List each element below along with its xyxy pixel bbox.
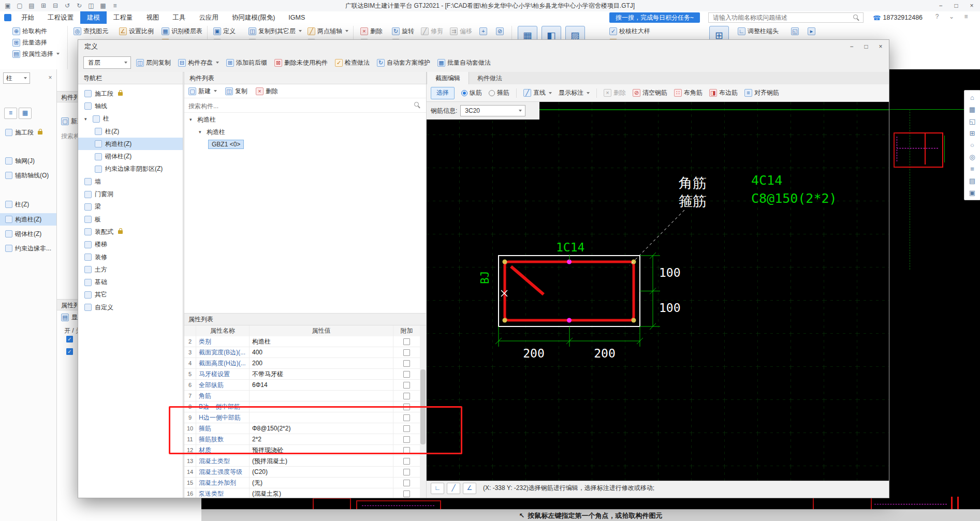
add-prefix-suffix-button[interactable]: ⊞添加前后缀 xyxy=(226,56,267,69)
search-icon[interactable] xyxy=(853,14,860,23)
zoom-in-icon[interactable]: ⊞ xyxy=(970,127,975,139)
nav-item-wall[interactable]: 墙 xyxy=(78,175,183,188)
nav-item-finishes[interactable]: 装修 xyxy=(78,251,183,263)
extra-checkbox[interactable] xyxy=(403,393,410,399)
pan-icon[interactable]: ◱ xyxy=(969,115,975,127)
nav-item-foundation[interactable]: 基础 xyxy=(78,276,183,288)
nav-item-edge-zone[interactable]: 约束边缘非阴影区(Z) xyxy=(78,163,183,175)
nav-item-structural-column[interactable]: 构造柱(Z) xyxy=(78,138,183,150)
check-column-detail-button[interactable]: ✓校核柱大样 xyxy=(609,26,650,36)
redo-icon[interactable]: ↻ xyxy=(76,2,83,9)
select-by-property-button[interactable]: ▤按属性选择 xyxy=(12,49,60,59)
ribbon-icon-button[interactable]: ◱ xyxy=(791,26,799,36)
corner-bar-dot[interactable] xyxy=(632,260,636,264)
component-tree-item-selected[interactable]: GBZ1 <0> xyxy=(184,138,426,151)
grid-view-icon[interactable]: ▦ xyxy=(19,108,32,119)
dock-tree-item[interactable]: 辅助轴线(O) xyxy=(0,169,56,182)
maximize-button[interactable]: □ xyxy=(949,0,963,11)
nav-item-custom[interactable]: 自定义 xyxy=(78,301,183,314)
show-dimension-button[interactable]: 显示标注 xyxy=(559,88,590,97)
property-row[interactable]: 2类别构造柱 xyxy=(184,336,420,347)
undo-icon[interactable]: ↺ xyxy=(64,2,71,9)
collapse-ribbon-icon[interactable]: ⌄ xyxy=(946,13,957,20)
trim-button[interactable]: ╱修剪 xyxy=(421,26,443,36)
diagonal-toggle-icon[interactable]: ╱ xyxy=(447,483,460,494)
tab-modeling[interactable]: 建模 xyxy=(80,11,107,24)
layers-icon[interactable]: ◫ xyxy=(87,2,95,9)
dialog-maximize-button[interactable]: □ xyxy=(859,40,873,53)
property-row[interactable]: 16泵送类型(混凝土泵) xyxy=(184,488,420,498)
extra-checkbox[interactable] xyxy=(403,490,410,497)
remove-icon[interactable]: ⊟ xyxy=(52,2,59,9)
clear-rebar-button[interactable]: ⊘清空钢筋 xyxy=(633,88,667,97)
nav-item-construction-segment[interactable]: 施工段 xyxy=(78,87,183,100)
dock-tree-item[interactable]: 柱(Z) xyxy=(0,198,56,211)
tab-collab-modeling[interactable]: 协同建模(限免) xyxy=(225,11,282,24)
mid-bar-dot[interactable] xyxy=(567,318,572,323)
zoom-window-icon[interactable]: ▦ xyxy=(969,103,975,115)
property-row[interactable]: 7角筋 xyxy=(184,391,420,401)
property-row[interactable]: 6全部纵筋6Φ14 xyxy=(184,380,420,391)
ortho-toggle-icon[interactable]: ∟ xyxy=(431,483,444,494)
floor-select-combo[interactable]: 首层 xyxy=(83,56,131,69)
nav-item-masonry-column[interactable]: 砌体柱(Z) xyxy=(78,150,183,162)
delete-button[interactable]: ×删除 xyxy=(360,26,383,36)
new-component-button[interactable]: ▢新建 xyxy=(188,87,217,96)
place-corner-bars-button[interactable]: ∷布角筋 xyxy=(674,88,703,97)
help-icon[interactable]: ? xyxy=(932,13,942,20)
dialog-close-button[interactable]: × xyxy=(873,40,888,53)
tab-view[interactable]: 视图 xyxy=(140,11,166,24)
copy-between-floors-button[interactable]: ◫层间复制 xyxy=(136,56,171,69)
stirrup-radio[interactable]: 箍筋 xyxy=(489,88,509,97)
nav-item-prefab[interactable]: 装配式 xyxy=(78,226,183,238)
close-button[interactable]: × xyxy=(964,0,979,11)
minimize-button[interactable]: − xyxy=(933,0,948,11)
dialog-minimize-button[interactable]: − xyxy=(844,40,859,53)
grid-toggle-icon[interactable]: ▤ xyxy=(969,175,975,187)
list-view-icon[interactable]: ≡ xyxy=(4,108,17,119)
expand-arrow-icon[interactable] xyxy=(189,117,195,122)
property-row[interactable]: 13混凝土类型(预拌混凝土) xyxy=(184,456,420,467)
component-search-input[interactable] xyxy=(187,100,407,111)
extra-checkbox[interactable] xyxy=(403,480,410,486)
align-rebar-button[interactable]: ≡对齐钢筋 xyxy=(744,88,779,97)
extra-checkbox[interactable] xyxy=(403,469,410,475)
save-component-button[interactable]: ⊟构件存盘 xyxy=(178,56,219,69)
nav-item-column[interactable]: 柱(Z) xyxy=(78,125,183,138)
mirror-button[interactable]: ⊘ xyxy=(496,26,504,36)
component-tree-group[interactable]: 构造柱 xyxy=(184,126,426,138)
measure-icon[interactable]: ◎ xyxy=(969,151,975,163)
longitudinal-radio[interactable]: 纵筋 xyxy=(461,88,482,97)
extra-checkbox[interactable] xyxy=(403,349,410,356)
dock-checkbox[interactable] xyxy=(66,348,73,355)
extra-checkbox[interactable] xyxy=(403,360,410,367)
dock-checkbox[interactable] xyxy=(66,336,73,343)
ribbon-icon-button[interactable]: ▸ xyxy=(808,26,815,36)
dock-tree-item[interactable]: 施工段 xyxy=(0,126,56,139)
delete-component-button[interactable]: ×删除 xyxy=(256,87,278,96)
two-point-aux-axis-button[interactable]: ╱两点辅轴 xyxy=(308,26,348,36)
identify-floor-table-button[interactable]: ▦识别楼层表 xyxy=(162,26,202,36)
copy-component-button[interactable]: ◫复制 xyxy=(225,87,247,96)
pick-component-button[interactable]: ⊕拾取构件 xyxy=(12,26,47,36)
offset-button[interactable]: ⇉偏移 xyxy=(450,26,472,36)
tab-project-settings[interactable]: 工程设置 xyxy=(41,11,80,24)
settings-icon[interactable]: ▣ xyxy=(969,187,975,199)
more-options-icon[interactable]: ≡ xyxy=(961,13,971,20)
nav-item-stairs[interactable]: 楼梯 xyxy=(78,239,183,251)
dialog-title-bar[interactable]: 定义 − □ × xyxy=(78,40,889,54)
corner-bar-dot[interactable] xyxy=(503,318,507,323)
home-view-icon[interactable]: ⌂ xyxy=(970,92,974,103)
nav-item-openings[interactable]: 门窗洞 xyxy=(78,188,183,200)
dock-tree-item[interactable]: 约束边缘非... xyxy=(0,242,56,255)
menu-icon[interactable]: ≡ xyxy=(111,2,119,9)
place-edge-bars-button[interactable]: ◨布边筋 xyxy=(709,88,738,97)
tab-start[interactable]: 开始 xyxy=(14,11,41,24)
set-scale-button[interactable]: ∠设置比例 xyxy=(119,26,154,36)
nav-item-column-group[interactable]: 柱 xyxy=(78,113,183,125)
delete-rebar-button[interactable]: ×删除 xyxy=(604,88,626,97)
search-icon[interactable] xyxy=(414,102,421,110)
expand-arrow-icon[interactable] xyxy=(84,116,90,122)
extra-checkbox[interactable] xyxy=(403,382,410,389)
nav-item-earthwork[interactable]: 土方 xyxy=(78,263,183,276)
